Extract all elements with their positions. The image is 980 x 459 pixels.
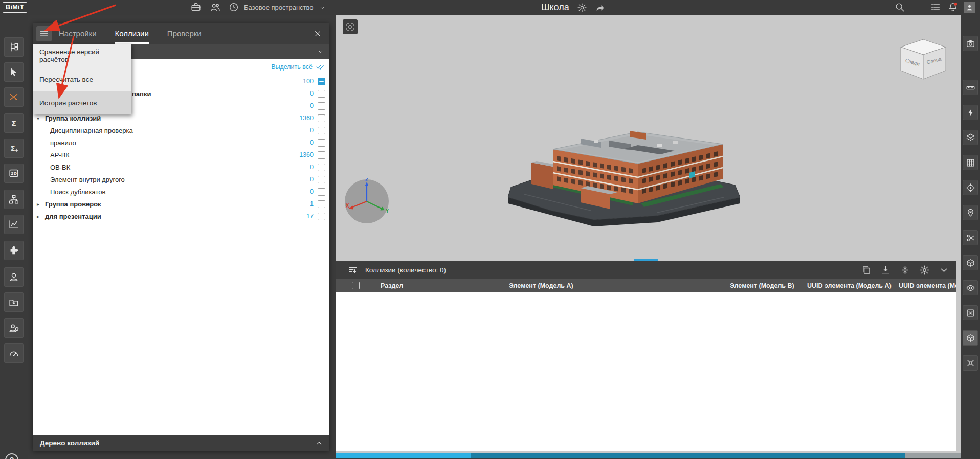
camera-button[interactable] — [963, 36, 978, 51]
pin-center-icon[interactable] — [900, 265, 910, 276]
sum-button[interactable]: Σ — [4, 113, 24, 133]
scissors-button[interactable] — [963, 230, 978, 245]
focus-button[interactable] — [343, 19, 358, 34]
close-icon — [314, 30, 322, 38]
explode-button[interactable] — [963, 355, 978, 371]
row-checkbox[interactable] — [318, 102, 325, 110]
users-button[interactable] — [4, 267, 24, 287]
tree-row-label: Группа коллизий — [45, 114, 101, 122]
share-icon[interactable] — [595, 3, 605, 13]
panel-tab-2[interactable]: Коллизии — [115, 23, 149, 44]
row-checkbox[interactable] — [318, 114, 325, 122]
page-title: Школа — [541, 2, 569, 13]
model-tree-button[interactable] — [4, 37, 24, 57]
navigation-gizmo[interactable]: Z X Y — [343, 178, 390, 225]
grid-button[interactable] — [963, 155, 978, 170]
tree-row[interactable]: АР-ВК1360 — [33, 149, 329, 161]
column-header-3[interactable]: Элемент (Модель B) — [730, 279, 794, 292]
panel-menu-button[interactable] — [36, 26, 52, 41]
column-header-4[interactable]: UUID элемента (Модель A) — [807, 279, 892, 292]
cube-button[interactable] — [963, 330, 978, 346]
clip-box-button[interactable] — [963, 255, 978, 270]
lightning-button[interactable] — [963, 105, 978, 120]
tree-row[interactable]: ▸Группа проверок1 — [33, 198, 329, 210]
column-header-1[interactable]: Раздел — [381, 279, 403, 292]
help-button[interactable]: ? — [5, 453, 18, 459]
charts-button[interactable] — [4, 215, 24, 234]
tree-row[interactable]: ОВ-ВК0 — [33, 161, 329, 173]
select-all-link[interactable]: Выделить всё — [271, 62, 324, 71]
dashboard-button[interactable] — [4, 343, 24, 363]
visibility-button[interactable] — [963, 280, 978, 295]
panel-tab-1[interactable]: Настройки — [59, 23, 97, 44]
tree-row[interactable]: Элемент внутри другого0 — [33, 173, 329, 186]
ruler-button[interactable] — [963, 80, 978, 95]
table-body-empty[interactable] — [336, 292, 956, 451]
dashboard-icon — [8, 348, 19, 359]
row-checkbox[interactable] — [318, 188, 325, 196]
select-all-rows-checkbox[interactable] — [352, 282, 360, 289]
column-header-2[interactable]: Элемент (Модель A) — [509, 279, 573, 292]
svg-text:Σ: Σ — [11, 119, 16, 127]
collision-count: 1 — [310, 200, 314, 208]
export-button[interactable] — [4, 292, 24, 312]
collisions-button[interactable] — [4, 87, 24, 107]
scheme-button[interactable] — [4, 190, 24, 209]
search-icon[interactable] — [894, 2, 905, 13]
tree-row-label: Поиск дубликатов — [50, 188, 105, 196]
row-checkbox[interactable] — [318, 200, 325, 208]
column-header-5[interactable]: UUID элемента (Мод — [899, 279, 956, 292]
row-checkbox[interactable] — [318, 78, 325, 85]
menu-item-2[interactable]: Пересчитать все — [33, 67, 131, 91]
pin-bottom-icon[interactable] — [880, 265, 891, 276]
plugins-button[interactable] — [4, 241, 24, 260]
history-icon[interactable] — [228, 2, 239, 13]
table-menu-icon[interactable] — [347, 264, 359, 276]
notifications-icon[interactable] — [947, 2, 959, 13]
location-marker-button[interactable] — [963, 205, 978, 220]
briefcase-icon[interactable] — [190, 2, 202, 13]
user-avatar[interactable] — [964, 2, 975, 13]
tree-collapsed-arrow-icon[interactable]: ▸ — [37, 214, 45, 219]
section-plane-button[interactable] — [963, 130, 978, 145]
row-checkbox[interactable] — [318, 213, 325, 220]
target-button[interactable] — [963, 180, 978, 195]
list-icon[interactable] — [930, 2, 941, 13]
view-cube[interactable]: Сзади Слева — [895, 37, 951, 84]
collision-tree-area: Выделить всё 100папки00▾Группа коллизий1… — [33, 59, 329, 435]
panel-tab-3[interactable]: Проверки — [167, 23, 202, 44]
row-checkbox[interactable] — [318, 127, 325, 134]
duplicate-icon[interactable] — [861, 265, 872, 276]
box-hide-button[interactable] — [963, 305, 978, 320]
team-icon[interactable] — [210, 2, 221, 13]
tree-row[interactable]: Дисциплинарная проверка0 — [33, 124, 329, 136]
close-panel-button[interactable] — [312, 28, 323, 39]
row-checkbox[interactable] — [318, 176, 325, 183]
sum-plus-button[interactable]: Σ — [4, 139, 24, 158]
2d-view-button[interactable]: 2D — [4, 164, 24, 183]
tree-row[interactable]: Поиск дубликатов0 — [33, 186, 329, 198]
tree-collapsed-arrow-icon[interactable]: ▸ — [37, 201, 45, 207]
tree-footer-bar[interactable]: Дерево коллизий — [33, 435, 329, 451]
location-marker-icon — [966, 208, 975, 218]
tree-expanded-arrow-icon[interactable]: ▾ — [37, 116, 45, 121]
tree-row[interactable]: ▸для презентации17 — [33, 210, 329, 222]
table-column-headers: РазделЭлемент (Модель A)Элемент (Модель … — [336, 279, 956, 292]
collision-count: 17 — [306, 213, 314, 220]
menu-item-1[interactable]: Сравнение версий расчётов — [33, 44, 131, 67]
tree-row[interactable]: правило0 — [33, 136, 329, 149]
chevron-down-icon[interactable] — [939, 265, 949, 276]
select-cursor-button[interactable] — [4, 62, 24, 82]
collision-count: 0 — [310, 176, 314, 183]
visibility-icon — [966, 283, 975, 293]
workspace-selector[interactable]: Базовое пространство — [244, 0, 326, 15]
app-logo[interactable]: BiMiT — [3, 2, 27, 13]
row-checkbox[interactable] — [318, 151, 325, 159]
row-checkbox[interactable] — [318, 139, 325, 147]
user-location-button[interactable] — [4, 318, 24, 338]
settings-icon[interactable] — [919, 265, 930, 276]
gear-icon[interactable] — [577, 3, 587, 13]
menu-item-3[interactable]: История расчетов — [33, 91, 131, 114]
row-checkbox[interactable] — [318, 164, 325, 171]
row-checkbox[interactable] — [318, 90, 325, 98]
